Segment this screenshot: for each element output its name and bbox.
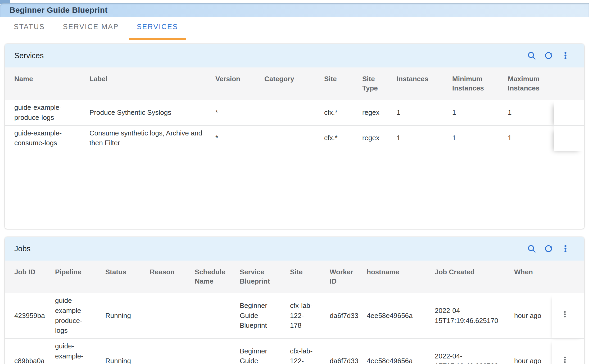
table-row[interactable]: guide-example-produce-logs Produce Sythe… [5, 100, 584, 125]
cell-hostname: 4ee58e49656a [367, 293, 435, 339]
kebab-menu-icon[interactable] [561, 244, 570, 253]
cell-worker-id: da6f7d33 [330, 338, 367, 364]
col-max-instances: Maximum Instances [508, 67, 554, 100]
services-panel: Services [5, 44, 584, 229]
col-version: Version [215, 67, 264, 100]
row-kebab-menu-icon[interactable] [561, 310, 569, 319]
cell-actions [554, 100, 584, 125]
col-status: Status [105, 261, 150, 293]
jobs-panel-header: Jobs [5, 237, 584, 261]
cell-site: cfx-lab-122-178 [290, 293, 330, 339]
cell-status: Running [105, 293, 150, 339]
cell-site: cfx.* [324, 100, 362, 125]
table-row[interactable]: guide-example-consume-logs Consume synth… [5, 125, 584, 151]
page-title: Beginner Guide Blueprint [10, 6, 108, 15]
search-icon[interactable] [527, 51, 536, 60]
cell-min-instances: 1 [452, 100, 508, 125]
col-actions-spacer [554, 67, 584, 100]
jobs-panel-title: Jobs [14, 244, 30, 253]
cell-hostname: 4ee58e49656a [367, 338, 435, 364]
cell-pipeline: guide-example-consume-logs [55, 338, 105, 364]
tab-status[interactable]: STATUS [6, 23, 53, 40]
search-icon[interactable] [527, 244, 536, 253]
cell-service-blueprint: Beginner Guide Blueprint [240, 293, 290, 339]
cell-label: Produce Sythentic Syslogs [89, 100, 215, 125]
table-row[interactable]: 423959ba guide-example-produce-logs Runn… [5, 293, 584, 339]
cell-instances: 1 [397, 125, 452, 151]
col-job-created: Job Created [435, 261, 514, 293]
services-table: Name Label Version Category Site Site Ty… [5, 67, 584, 151]
cell-instances: 1 [397, 100, 452, 125]
col-site: Site [324, 67, 362, 100]
col-instances: Instances [397, 67, 452, 100]
services-panel-header: Services [5, 44, 584, 67]
cell-schedule-name [195, 338, 240, 364]
cell-row-menu [552, 338, 584, 364]
col-job-id: Job ID [5, 261, 55, 293]
cell-service-blueprint: Beginner Guide Blueprint [240, 338, 290, 364]
cell-version: * [215, 100, 264, 125]
cell-site: cfx.* [324, 125, 362, 151]
col-hostname: hostname [367, 261, 435, 293]
row-kebab-menu-icon[interactable] [561, 355, 569, 364]
kebab-menu-icon[interactable] [561, 51, 570, 60]
tab-bar: STATUS SERVICE MAP SERVICES [0, 23, 589, 40]
col-row-menu-spacer [552, 261, 584, 293]
cell-job-id: c89bba0a [5, 338, 55, 364]
cell-max-instances: 1 [508, 125, 554, 151]
cell-version: * [215, 125, 264, 151]
cell-reason [150, 293, 195, 339]
col-worker-id: Worker ID [330, 261, 367, 293]
cell-site-type: regex [362, 125, 397, 151]
col-when: When [514, 261, 552, 293]
col-category: Category [264, 67, 324, 100]
cell-site-type: regex [362, 100, 397, 125]
cell-when: hour ago [514, 338, 552, 364]
col-schedule-name: Schedule Name [195, 261, 240, 293]
services-panel-title: Services [14, 51, 44, 60]
services-header-row: Name Label Version Category Site Site Ty… [5, 67, 584, 100]
cell-category [264, 125, 324, 151]
jobs-panel: Jobs [5, 237, 584, 364]
col-name: Name [5, 67, 89, 100]
jobs-header-row: Job ID Pipeline Status Reason Schedule N… [5, 261, 584, 293]
col-label: Label [89, 67, 215, 100]
cell-label: Consume synthetic logs, Archive and then… [89, 125, 215, 151]
tab-services[interactable]: SERVICES [129, 23, 186, 40]
refresh-icon[interactable] [544, 51, 553, 60]
cell-job-id: 423959ba [5, 293, 55, 339]
page: Beginner Guide Blueprint STATUS SERVICE … [0, 0, 589, 364]
cell-worker-id: da6f7d33 [330, 293, 367, 339]
col-site-type: Site Type [362, 67, 397, 100]
services-panel-actions [527, 51, 570, 60]
page-titlebar: Beginner Guide Blueprint [0, 3, 589, 17]
cell-job-created: 2022-04-15T17:19:46.666733 [435, 338, 514, 364]
table-row[interactable]: c89bba0a guide-example-consume-logs Runn… [5, 338, 584, 364]
col-pipeline: Pipeline [55, 261, 105, 293]
cell-pipeline: guide-example-produce-logs [55, 293, 105, 339]
cell-name: guide-example-consume-logs [5, 125, 89, 151]
cell-category [264, 100, 324, 125]
col-reason: Reason [150, 261, 195, 293]
refresh-icon[interactable] [544, 244, 553, 253]
col-min-instances: Minimum Instances [452, 67, 508, 100]
jobs-panel-actions [527, 244, 570, 253]
tab-service-map[interactable]: SERVICE MAP [55, 23, 127, 40]
cell-actions [554, 125, 584, 151]
cell-job-created: 2022-04-15T17:19:46.625170 [435, 293, 514, 339]
col-service-blueprint: Service Blueprint [240, 261, 290, 293]
cell-schedule-name [195, 293, 240, 339]
cell-min-instances: 1 [452, 125, 508, 151]
cell-status: Running [105, 338, 150, 364]
cell-max-instances: 1 [508, 100, 554, 125]
cell-reason [150, 338, 195, 364]
cell-site: cfx-lab-122-178 [290, 338, 330, 364]
cell-name: guide-example-produce-logs [5, 100, 89, 125]
cell-row-menu [552, 293, 584, 339]
jobs-table: Job ID Pipeline Status Reason Schedule N… [5, 261, 584, 364]
cell-when: hour ago [514, 293, 552, 339]
col-site: Site [290, 261, 330, 293]
